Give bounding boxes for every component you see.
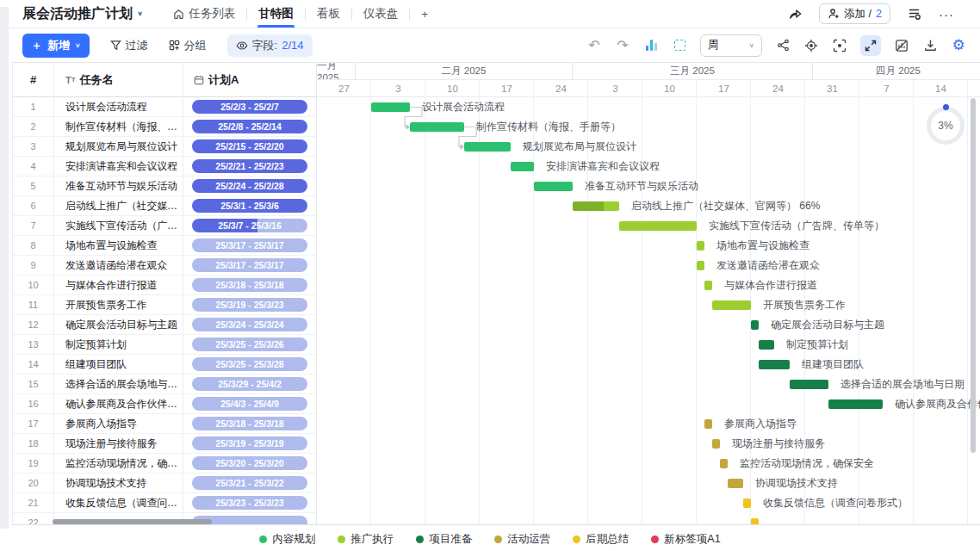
plan-date-pill[interactable]: 25/2/24 - 25/2/28 — [192, 179, 307, 193]
table-row[interactable]: 5准备互动环节与娱乐活动25/2/24 - 25/2/28 — [13, 176, 317, 196]
task-name[interactable]: 选择合适的展会场地与日期 — [53, 377, 183, 392]
task-name[interactable]: 收集反馈信息（调查问卷形式） — [53, 496, 183, 511]
task-name[interactable]: 规划展览布局与展位设计 — [53, 139, 183, 154]
gantt-bar[interactable] — [704, 419, 712, 429]
gantt-bar[interactable] — [697, 241, 704, 251]
table-row[interactable]: 4安排演讲嘉宾和会议议程25/2/21 - 25/2/23 — [13, 157, 317, 176]
plan-date-pill[interactable]: 25/2/21 - 25/2/23 — [192, 159, 307, 173]
plan-date-pill[interactable]: 25/3/29 - 25/4/2 — [192, 377, 307, 391]
gantt-bar[interactable] — [743, 498, 751, 508]
table-row[interactable]: 18现场注册与接待服务25/3/19 - 25/3/19 — [13, 434, 317, 454]
task-name[interactable]: 开展预售票务工作 — [53, 298, 183, 313]
share-nodes-icon[interactable] — [775, 38, 791, 53]
add-member-button[interactable]: 添加 / 2 — [819, 3, 890, 24]
task-name[interactable]: 现场注册与接待服务 — [53, 436, 183, 451]
gantt-bar[interactable] — [759, 340, 774, 350]
tab-dashboard[interactable]: 仪表盘 — [352, 0, 410, 28]
table-row[interactable]: 9发送邀请函给潜在观众25/3/17 - 25/3/17 — [13, 256, 317, 276]
new-task-button[interactable]: ＋ 新增 ∨ — [22, 34, 90, 58]
table-row[interactable]: 20协调现场技术支持25/3/21 - 25/3/22 — [13, 474, 317, 493]
table-row[interactable]: 16确认参展商及合作伙伴名单25/4/3 - 25/4/9 — [13, 394, 317, 414]
plan-date-pill[interactable]: 25/3/18 - 25/3/18 — [192, 417, 307, 430]
task-name[interactable]: 参展商入场指导 — [53, 417, 183, 431]
table-row[interactable]: 1设计展会活动流程25/2/3 - 25/2/7 — [13, 97, 317, 117]
task-name[interactable]: 协调现场技术支持 — [53, 476, 183, 491]
task-name[interactable]: 场地布置与设施检查 — [53, 238, 183, 253]
table-row[interactable]: 21收集反馈信息（调查问卷形式）25/3/23 - 25/3/23 — [13, 493, 317, 513]
plan-date-pill[interactable]: 25/3/23 - 25/3/23 — [192, 496, 307, 510]
gantt-bar[interactable] — [759, 360, 790, 369]
table-row[interactable]: 12确定展会活动目标与主题25/3/24 - 25/3/24 — [13, 315, 317, 335]
gantt-bar[interactable] — [410, 122, 464, 132]
column-plan[interactable]: 计划A — [183, 72, 317, 88]
hide-chart-icon[interactable] — [894, 38, 909, 53]
table-row[interactable]: 2制作宣传材料（海报、手册等）25/2/8 - 25/2/14 — [13, 117, 317, 137]
plan-date-pill[interactable]: 25/3/25 - 25/3/28 — [192, 357, 307, 371]
task-name[interactable]: 安排演讲嘉宾和会议议程 — [53, 159, 183, 174]
download-icon[interactable] — [922, 38, 938, 53]
more-icon[interactable]: ··· — [939, 7, 954, 22]
automation-list-icon[interactable] — [907, 6, 922, 22]
task-name[interactable]: 确定展会活动目标与主题 — [53, 318, 183, 332]
gantt-bar[interactable] — [828, 399, 883, 409]
table-row[interactable]: 13制定预算计划25/3/25 - 25/3/26 — [13, 335, 317, 355]
plan-date-pill[interactable]: 25/2/15 - 25/2/20 — [192, 139, 307, 153]
tab-gantt[interactable]: 甘特图 — [247, 0, 305, 28]
gantt-bar[interactable] — [712, 439, 720, 449]
vertical-scrollbar[interactable] — [971, 98, 976, 453]
filter-button[interactable]: 过滤 — [110, 38, 148, 53]
task-name[interactable]: 制定预算计划 — [53, 337, 183, 352]
tab-kanban[interactable]: 看板 — [306, 0, 351, 28]
gantt-bar[interactable] — [712, 300, 751, 310]
table-row[interactable]: 19监控活动现场情况，确保安全25/3/20 - 25/3/20 — [13, 454, 317, 474]
plan-date-pill[interactable]: 25/2/3 - 25/2/7 — [192, 100, 307, 114]
time-scale-select[interactable]: 周 ∨ — [700, 34, 762, 57]
table-row[interactable]: 11开展预售票务工作25/3/19 - 25/3/23 — [13, 295, 317, 315]
task-name[interactable]: 启动线上推广（社交媒体、官网等） — [53, 199, 183, 214]
table-row[interactable]: 7实施线下宣传活动（广告牌、传单等）25/3/7 - 25/3/16 — [13, 216, 317, 236]
gantt-bar[interactable] — [697, 261, 704, 270]
plan-date-pill[interactable]: 25/4/3 - 25/4/9 — [192, 397, 307, 411]
table-row[interactable]: 15选择合适的展会场地与日期25/3/29 - 25/4/2 — [13, 375, 317, 394]
plan-date-pill[interactable]: 25/3/19 - 25/3/23 — [192, 298, 307, 312]
table-row[interactable]: 17参展商入场指导25/3/18 - 25/3/18 — [13, 414, 317, 434]
gantt-bar[interactable] — [534, 182, 573, 191]
task-name[interactable]: 制作宣传材料（海报、手册等） — [53, 120, 183, 134]
task-name[interactable]: 准备互动环节与娱乐活动 — [53, 179, 183, 194]
plan-date-pill[interactable]: 25/3/18 - 25/3/18 — [192, 278, 307, 292]
plan-date-pill[interactable]: 25/3/24 - 25/3/24 — [192, 318, 307, 331]
redo-icon[interactable]: ↷ — [615, 38, 630, 53]
column-task-name[interactable]: TT 任务名 — [53, 72, 183, 88]
plan-date-pill[interactable]: 25/3/19 - 25/3/19 — [192, 436, 307, 450]
gantt-bar[interactable] — [371, 102, 410, 112]
plan-date-pill[interactable]: 25/3/7 - 25/3/16 — [192, 219, 307, 232]
task-name[interactable]: 监控活动现场情况，确保安全 — [53, 456, 183, 471]
fullscreen-icon[interactable] — [860, 35, 881, 56]
plan-date-pill[interactable]: 25/3/20 - 25/3/20 — [192, 456, 307, 470]
column-index[interactable]: # — [13, 73, 53, 86]
gantt-bar[interactable] — [790, 380, 828, 389]
task-name[interactable]: 设计展会活动流程 — [53, 100, 183, 115]
gantt-bar[interactable] — [751, 518, 759, 524]
gantt-bar[interactable] — [728, 479, 743, 488]
table-row[interactable]: 6启动线上推广（社交媒体、官网等）25/3/1 - 25/3/6 — [13, 196, 317, 216]
task-name[interactable]: 实施线下宣传活动（广告牌、传单等） — [53, 219, 183, 233]
undo-icon[interactable]: ↶ — [586, 38, 602, 53]
tab-add-view[interactable]: + — [410, 0, 439, 28]
gantt-bar[interactable] — [464, 142, 511, 152]
task-name[interactable]: 组建项目团队 — [53, 357, 183, 372]
gantt-bar[interactable] — [511, 162, 534, 171]
task-name[interactable]: 发送邀请函给潜在观众 — [53, 258, 183, 273]
plan-date-pill[interactable]: 25/3/25 - 25/3/26 — [192, 337, 307, 351]
gantt-bar[interactable] — [573, 201, 619, 211]
plan-date-pill[interactable]: 25/3/17 - 25/3/17 — [192, 238, 307, 252]
group-button[interactable]: 分组 — [169, 38, 207, 53]
page-title-wrap[interactable]: 展会活动推广计划 ∨ — [22, 5, 143, 23]
settings-gear-icon[interactable]: ⚙ — [951, 38, 966, 53]
fields-button[interactable]: 字段: 2/14 — [227, 34, 313, 57]
table-row[interactable]: 3规划展览布局与展位设计25/2/15 - 25/2/20 — [13, 137, 317, 157]
focus-icon[interactable] — [832, 38, 847, 53]
task-name[interactable]: 确认参展商及合作伙伴名单 — [53, 397, 183, 412]
task-name[interactable]: 与媒体合作进行报道 — [53, 278, 183, 293]
selection-area-icon[interactable] — [672, 38, 687, 53]
